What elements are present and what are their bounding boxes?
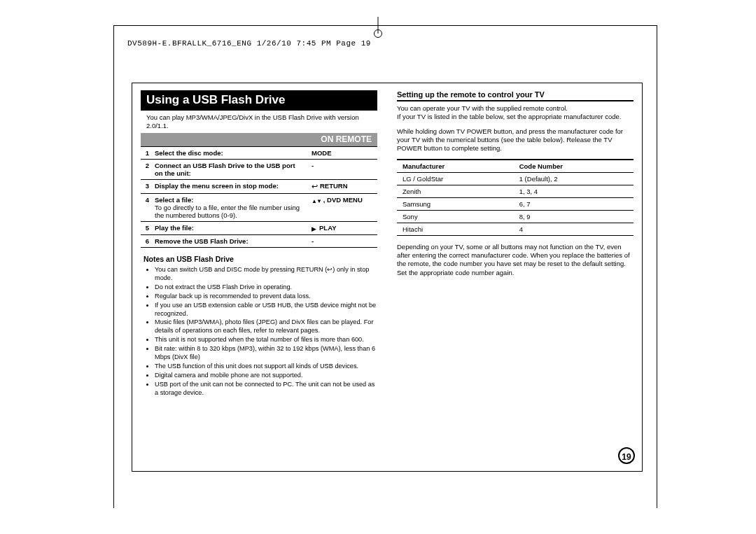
- updown-icon: [312, 197, 323, 204]
- col-code: Code Number: [514, 160, 634, 173]
- step-text-main: Select a file:: [155, 196, 193, 204]
- table-row: Hitachi4: [397, 223, 634, 235]
- step-number: 1: [141, 146, 150, 159]
- col-manufacturer: Manufacturer: [397, 160, 514, 173]
- notes-title: Notes an USB Flash Drive: [144, 255, 377, 263]
- table-row: Zenith1, 3, 4: [397, 185, 634, 197]
- running-header: DV589H-E.BFRALLK_6716_ENG 1/26/10 7:45 P…: [127, 39, 371, 48]
- list-item: Digital camera and mobile phone are not …: [155, 372, 377, 380]
- table-row: LG / GoldStar1 (Default), 2: [397, 172, 634, 185]
- step-remote-label: , DVD MENU: [323, 196, 363, 204]
- table-row: 4 Select a file:To go directly to a file…: [141, 193, 377, 221]
- table-row: 1 Select the disc mode: MODE: [141, 146, 377, 159]
- list-item: Music files (MP3/WMA), photo files (JPEG…: [155, 318, 377, 335]
- list-item: Regular back up is recommended to preven…: [155, 293, 377, 301]
- codes-table: Manufacturer Code Number LG / GoldStar1 …: [397, 159, 634, 236]
- step-remote-label: PLAY: [319, 224, 336, 232]
- list-item: Do not extract the USB Flash Drive in op…: [155, 283, 377, 292]
- table-row: 3 Display the menu screen in stop mode: …: [141, 179, 377, 193]
- cell-code: 6, 7: [514, 197, 634, 210]
- steps-table: 1 Select the disc mode: MODE 2 Connect a…: [141, 146, 377, 248]
- cell-manufacturer: LG / GoldStar: [397, 172, 514, 185]
- step-text: Remove the USB Flash Drive:: [150, 234, 307, 247]
- body-text: Depending on your TV, some or all button…: [397, 243, 634, 277]
- cell-manufacturer: Samsung: [397, 197, 514, 210]
- left-column: Using a USB Flash Drive You can play MP3…: [141, 90, 377, 463]
- table-row: 2 Connect an USB Flash Drive to the USB …: [141, 159, 377, 179]
- step-remote: -: [307, 234, 377, 247]
- cell-code: 1 (Default), 2: [514, 172, 634, 185]
- cell-code: 4: [514, 223, 634, 235]
- step-text: Play the file:: [150, 221, 307, 234]
- play-icon: [312, 225, 319, 232]
- cell-manufacturer: Sony: [397, 210, 514, 223]
- step-number: 2: [141, 159, 150, 179]
- table-header-row: Manufacturer Code Number: [397, 160, 634, 173]
- table-row: 6 Remove the USB Flash Drive: -: [141, 234, 377, 247]
- step-text: Connect an USB Flash Drive to the USB po…: [150, 159, 307, 179]
- table-row: 5 Play the file: PLAY: [141, 221, 377, 234]
- step-text: Select a file:To go directly to a file, …: [150, 193, 307, 221]
- list-item: The USB function of this unit does not s…: [155, 363, 377, 371]
- step-number: 6: [141, 234, 150, 247]
- body-text: While holding down TV POWER button, and …: [397, 127, 634, 153]
- section-title: Using a USB Flash Drive: [141, 90, 377, 111]
- content-frame: Using a USB Flash Drive You can play MP3…: [132, 83, 643, 472]
- step-number: 4: [141, 193, 150, 221]
- table-row: Samsung6, 7: [397, 197, 634, 210]
- right-column: Setting up the remote to control your TV…: [397, 90, 634, 463]
- on-remote-header: ON REMOTE: [141, 133, 377, 146]
- list-item: Bit rate: within 8 to 320 kbps (MP3), wi…: [155, 345, 377, 362]
- paragraph: You can operate your TV with the supplie…: [397, 104, 568, 112]
- step-number: 5: [141, 221, 150, 234]
- paragraph: If your TV is listed in the table below,…: [397, 113, 621, 120]
- page-number: 19: [618, 447, 635, 464]
- cell-manufacturer: Hitachi: [397, 223, 514, 235]
- step-remote: -: [307, 159, 377, 179]
- step-remote: PLAY: [307, 221, 377, 234]
- return-icon: [312, 182, 320, 191]
- list-item: You can switch USB and DISC mode by pres…: [155, 266, 377, 283]
- list-item: USB port of the unit can not be connecte…: [155, 381, 377, 398]
- body-text: You can operate your TV with the supplie…: [397, 104, 634, 122]
- step-remote: , DVD MENU: [307, 193, 377, 221]
- step-subtext: To go directly to a file, enter the file…: [155, 204, 303, 219]
- cell-code: 8, 9: [514, 210, 634, 223]
- cell-code: 1, 3, 4: [514, 185, 634, 197]
- cell-manufacturer: Zenith: [397, 185, 514, 197]
- step-remote: MODE: [307, 146, 377, 159]
- notes-list: You can switch USB and DISC mode by pres…: [141, 266, 377, 398]
- list-item: If you use an USB extension cable or USB…: [155, 302, 377, 318]
- step-remote: RETURN: [307, 179, 377, 193]
- subheading: Setting up the remote to control your TV: [397, 90, 634, 99]
- step-text: Display the menu screen in stop mode:: [150, 179, 307, 193]
- table-row: Sony8, 9: [397, 210, 634, 223]
- intro-text: You can play MP3/WMA/JPEG/DivX in the US…: [141, 112, 377, 133]
- horizontal-rule: [397, 100, 634, 101]
- step-number: 3: [141, 179, 150, 193]
- step-remote-label: RETURN: [320, 182, 348, 190]
- list-item: This unit is not supported when the tota…: [155, 336, 377, 344]
- step-text: Select the disc mode:: [150, 146, 307, 159]
